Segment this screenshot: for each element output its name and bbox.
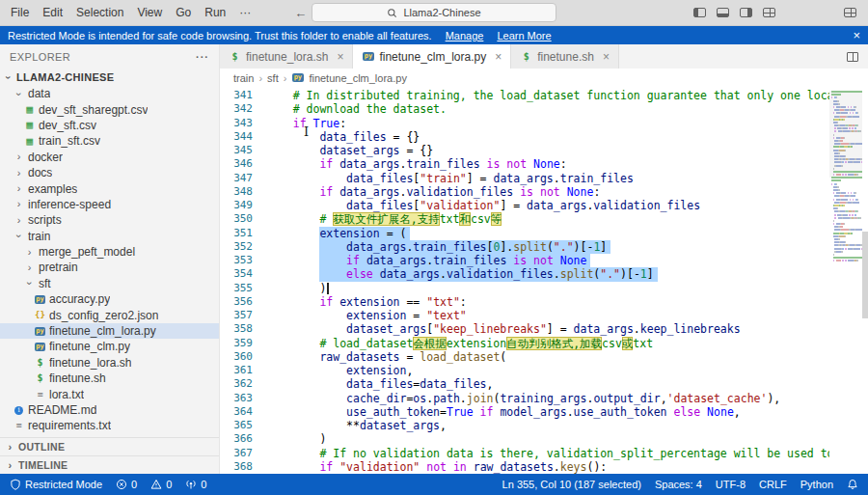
minimap-segment — [854, 161, 859, 163]
menu-selection[interactable]: Selection — [69, 4, 130, 21]
tab-finetune-sh[interactable]: finetune.sh — [511, 44, 619, 69]
breadcrumb-item-file[interactable]: finetune_clm_lora.py — [309, 72, 407, 84]
minimap[interactable] — [829, 87, 862, 474]
code-line-349[interactable]: 349 data_files["validation"] = data_args… — [220, 199, 829, 212]
tree-item-readme-md[interactable]: README.md — [0, 402, 219, 418]
tree-item-merge-peft-model[interactable]: merge_peft_model — [0, 244, 219, 260]
close-icon[interactable] — [495, 51, 502, 63]
menu-go[interactable]: Go — [169, 4, 198, 21]
code-line-355[interactable]: 355 ) — [220, 282, 829, 295]
encoding[interactable]: UTF-8 — [714, 479, 747, 490]
code-line-366[interactable]: 366 ) — [220, 432, 829, 446]
editor-layout-icon[interactable] — [844, 8, 856, 17]
tree-item-accuracy-py[interactable]: accuracy.py — [0, 291, 219, 307]
tree-item-scripts[interactable]: scripts — [0, 212, 219, 228]
status-broadcast[interactable]: 0 — [183, 479, 208, 490]
tree-item-ds-config-zero2-json[interactable]: ds_config_zero2.json — [0, 307, 219, 322]
code-line-342[interactable]: 342 # download the dataset. — [220, 102, 829, 116]
code-line-364[interactable]: 364 use_auth_token=True if model_args.us… — [220, 405, 829, 419]
tree-item-pretrain[interactable]: pretrain — [0, 260, 219, 275]
minimap-line — [829, 91, 862, 93]
tree-item-finetune-clm-py[interactable]: finetune_clm.py — [0, 339, 219, 354]
code-line-354[interactable]: 354 else data_args.validation_files.spli… — [220, 267, 829, 281]
tree-item-train-sft-csv[interactable]: train_sft.csv — [0, 133, 219, 149]
code-line-351[interactable]: 351 extension = ( — [220, 227, 829, 240]
toggle-sidebar-icon[interactable] — [693, 8, 706, 17]
code-line-352[interactable]: 352 data_args.train_files[0].split(".")[… — [220, 240, 829, 254]
tree-item-dev-sft-csv[interactable]: dev_sft.csv — [0, 118, 219, 133]
code-line-356[interactable]: 356 if extension == "txt": — [220, 295, 829, 309]
code-line-348[interactable]: 348 if data_args.validation_files is not… — [220, 185, 829, 199]
breadcrumb-item-train[interactable]: train — [233, 72, 254, 84]
root-folder[interactable]: LLAMA2-CHINESE — [0, 69, 219, 86]
code-line-358[interactable]: 358 dataset_args["keep_linebreaks"] = da… — [220, 322, 829, 336]
close-icon[interactable] — [337, 51, 343, 63]
menu-more[interactable]: ··· — [232, 4, 258, 21]
code-line-350[interactable]: 350 # 获取文件扩展名,支持txt和csv等 — [220, 212, 829, 226]
status-warning[interactable]: 0 — [149, 479, 174, 490]
tree-item-inference-speed[interactable]: inference-speed — [0, 197, 219, 212]
tree-item-finetune-lora-sh[interactable]: finetune_lora.sh — [0, 355, 219, 371]
language-mode[interactable]: Python — [799, 479, 835, 490]
toggle-panel-icon[interactable] — [717, 8, 729, 17]
tree-item-data[interactable]: data — [0, 86, 219, 101]
code-line-341[interactable]: 341 # In distributed training, the load_… — [220, 89, 829, 102]
tab-finetune-lora-sh[interactable]: finetune_lora.sh — [220, 44, 353, 69]
banner-close-icon[interactable] — [853, 29, 860, 41]
manage-link[interactable]: Manage — [446, 30, 484, 41]
code-line-346[interactable]: 346 if data_args.train_files is not None… — [220, 157, 829, 171]
tree-item-train[interactable]: train — [0, 229, 219, 244]
code-line-347[interactable]: 347 data_files["train"] = data_args.trai… — [220, 172, 829, 185]
learn-more-link[interactable]: Learn More — [497, 30, 551, 41]
split-editor-icon[interactable] — [847, 52, 858, 62]
tree-item-sft[interactable]: sft — [0, 276, 219, 291]
eol[interactable]: CRLF — [757, 479, 789, 490]
tree-item-docs[interactable]: docs — [0, 165, 219, 180]
timeline-section[interactable]: TIMELINE — [0, 455, 219, 474]
menu-run[interactable]: Run — [198, 4, 232, 21]
back-icon[interactable] — [294, 6, 307, 20]
code-line-357[interactable]: 357 extension = "text" — [220, 309, 829, 322]
tree-item-finetune-sh[interactable]: finetune.sh — [0, 371, 219, 386]
tree-item-dev-sft-sharegpt-csv[interactable]: dev_sft_sharegpt.csv — [0, 101, 219, 117]
customize-layout-icon[interactable] — [763, 8, 775, 17]
tree-item-requirements-txt[interactable]: requirements.txt — [0, 418, 219, 433]
tree-item-finetune-clm-lora-py[interactable]: finetune_clm_lora.py — [0, 323, 219, 339]
code-line-367[interactable]: 367 # If no validation data is there, va… — [220, 447, 829, 460]
menu-view[interactable]: View — [130, 4, 169, 21]
scrollbar[interactable] — [862, 87, 868, 474]
code-area[interactable]: 341 # In distributed training, the load_… — [220, 87, 829, 474]
minimap-segment — [831, 94, 841, 96]
tab-finetune-clm-lora-py[interactable]: finetune_clm_lora.py — [353, 44, 511, 69]
code-line-368[interactable]: 368 if "validation" not in raw_datasets.… — [220, 460, 829, 474]
explorer-more-actions-icon[interactable] — [196, 51, 209, 63]
tree-item-lora-txt[interactable]: lora.txt — [0, 386, 219, 401]
code-line-345[interactable]: 345 dataset_args = {} — [220, 144, 829, 157]
indentation[interactable]: Spaces: 4 — [653, 479, 704, 490]
breadcrumb-item-sft[interactable]: sft — [267, 72, 279, 84]
toggle-secondary-sidebar-icon[interactable] — [740, 8, 752, 17]
notifications-bell[interactable] — [845, 479, 860, 490]
code-line-361[interactable]: 361 extension, — [220, 364, 829, 377]
close-icon[interactable] — [603, 51, 610, 63]
code-line-365[interactable]: 365 **dataset_args, — [220, 419, 829, 432]
outline-section[interactable]: OUTLINE — [0, 437, 219, 455]
code-line-344[interactable]: 344 data_files = {} — [220, 130, 829, 144]
code-token: # In distributed training, the load_data… — [293, 89, 829, 102]
search-box[interactable]: Llama2-Chinese — [312, 3, 556, 22]
code-line-360[interactable]: 360 raw_datasets = load_dataset( — [220, 350, 829, 364]
code-line-362[interactable]: 362 data_files=data_files, — [220, 377, 829, 391]
status-shield[interactable]: Restricted Mode — [8, 479, 104, 490]
minimap-segment — [849, 127, 851, 129]
code-line-363[interactable]: 363 cache_dir=os.path.join(training_args… — [220, 392, 829, 405]
menu-edit[interactable]: Edit — [36, 4, 69, 21]
menu-file[interactable]: File — [4, 4, 36, 21]
status-error[interactable]: 0 — [114, 479, 139, 490]
cursor-position[interactable]: Ln 355, Col 10 (187 selected) — [501, 479, 643, 490]
scrollbar-thumb[interactable] — [862, 232, 868, 318]
code-line-353[interactable]: 353 if data_args.train_files is not None — [220, 254, 829, 267]
code-line-343[interactable]: 343 if True: — [220, 117, 829, 130]
tree-item-examples[interactable]: examples — [0, 180, 219, 196]
code-line-359[interactable]: 359 # load_dataset会根据extension自动判别格式,加载c… — [220, 337, 829, 350]
tree-item-docker[interactable]: docker — [0, 150, 219, 165]
